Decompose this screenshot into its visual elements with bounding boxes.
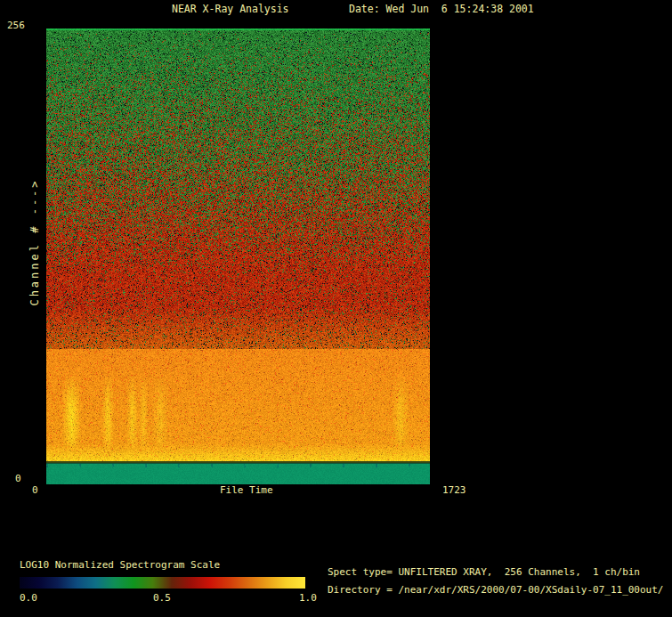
y-axis-min-tick-label: 0 [15,474,21,484]
spect-type-line: Spect type= UNFILTERED XRAY, 256 Channel… [328,567,640,578]
x-axis-label: File Time [220,485,273,496]
date-label: Date: Wed Jun 6 15:24:38 2001 [349,4,534,14]
colorbar-tick-min: 0.0 [20,593,37,604]
near-xray-analysis-window: NEAR X-Ray Analysis Date: Wed Jun 6 15:2… [0,0,672,617]
colorbar-tick-max: 1.0 [299,593,317,604]
y-axis-label: Channel # ---> [29,178,40,305]
directory-line: Directory = /near/xdr/XRS/2000/07-00/XSd… [328,585,664,596]
x-axis-min-tick-label: 0 [32,485,38,496]
colorbar-title: LOG10 Normalized Spectrogram Scale [20,560,220,571]
colorbar-gradient [20,577,305,589]
plot-title: NEAR X-Ray Analysis [172,4,289,14]
y-axis-max-tick-label: 256 [7,20,25,31]
spectrogram-heatmap [46,28,430,484]
x-axis-max-tick-label: 1723 [442,485,466,496]
colorbar-tick-mid: 0.5 [153,593,171,604]
